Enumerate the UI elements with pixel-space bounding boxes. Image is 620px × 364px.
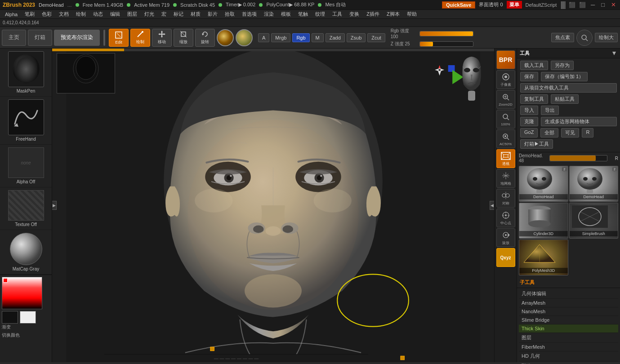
sub-nanomesh[interactable]: NanoMesh bbox=[519, 307, 618, 316]
brush-maskpen[interactable]: MaskPen bbox=[0, 49, 52, 97]
menu-template[interactable]: 模板 bbox=[278, 10, 294, 18]
zoom2d-btn[interactable]: Zoom2D bbox=[496, 90, 515, 109]
menu-touch[interactable]: 笔触 bbox=[295, 10, 311, 18]
menu-color[interactable]: 色彩 bbox=[39, 10, 55, 18]
texture-off[interactable]: Texture Off bbox=[0, 187, 52, 230]
mrgb-btn[interactable]: Mrgb bbox=[271, 33, 290, 42]
switch-colors-label[interactable]: 切换颜色 bbox=[2, 333, 20, 337]
menu-alpha[interactable]: Alpha bbox=[2, 11, 21, 18]
color-gradient[interactable] bbox=[2, 277, 42, 309]
sphere-btn2[interactable] bbox=[236, 29, 253, 46]
sub-slimebridge[interactable]: Slime Bridge bbox=[519, 316, 618, 324]
alpha-off[interactable]: none Alpha Off bbox=[0, 145, 52, 187]
sub-preview[interactable]: 预览 bbox=[519, 361, 618, 364]
tool-polymesh[interactable]: PolyMesh3D bbox=[519, 240, 568, 275]
swatch-white[interactable] bbox=[20, 311, 36, 324]
swatch-black[interactable] bbox=[2, 311, 18, 324]
all-btn[interactable]: 全部 bbox=[540, 128, 558, 138]
menu-doc[interactable]: 文档 bbox=[56, 10, 72, 18]
sub-fibermesh[interactable]: FiberMesh bbox=[519, 343, 618, 351]
maximize-btn[interactable]: □ bbox=[600, 1, 606, 8]
menu-layer[interactable]: 图层 bbox=[124, 10, 140, 18]
right-expand-arrow[interactable]: ◀ bbox=[490, 201, 494, 210]
sphere-btn1[interactable] bbox=[217, 29, 234, 46]
menu-movie[interactable]: 影片 bbox=[205, 10, 221, 18]
center-btn[interactable]: 中心点 bbox=[496, 209, 515, 227]
zcut-btn[interactable]: Zcut bbox=[367, 33, 385, 42]
z-strength-slider[interactable] bbox=[419, 41, 473, 47]
clone-btn[interactable]: 克隆 bbox=[520, 117, 538, 126]
sub-thick-skin[interactable]: Thick Skin bbox=[519, 324, 618, 333]
sub-geometry[interactable]: 几何体编辑 bbox=[519, 289, 618, 299]
draw-size-btn[interactable]: 绘制大 bbox=[595, 33, 618, 42]
sub-layers[interactable]: 图层 bbox=[519, 333, 618, 343]
edit-btn[interactable]: Edit bbox=[109, 29, 129, 47]
menu-zplugin[interactable]: Z插件 bbox=[363, 10, 383, 18]
xyz-btn[interactable]: Qxyz bbox=[496, 248, 515, 267]
close-btn[interactable]: ✕ bbox=[610, 1, 617, 8]
quicksave-btn[interactable]: QuickSave bbox=[442, 1, 475, 9]
sub-hd[interactable]: HD 几何 bbox=[519, 351, 618, 361]
menu-edit[interactable]: 编辑 bbox=[107, 10, 123, 18]
minimize-btn[interactable]: ─ bbox=[589, 1, 596, 8]
menu-material[interactable]: 材质 bbox=[187, 10, 204, 18]
center-canvas[interactable]: — — — — — — — — bbox=[52, 49, 494, 362]
menu-transform[interactable]: 变换 bbox=[346, 10, 362, 18]
menu-light[interactable]: 灯光 bbox=[141, 10, 157, 18]
menu-zscript[interactable]: Z脚本 bbox=[384, 10, 403, 18]
focus-btn[interactable]: 焦点素 bbox=[551, 33, 574, 42]
scale-btn[interactable]: 缩放 bbox=[174, 29, 193, 47]
sub-arraymesh[interactable]: ArrayMesh bbox=[519, 299, 618, 307]
menu-pick[interactable]: 拾取 bbox=[222, 10, 238, 18]
menu-draw[interactable]: 绘制 bbox=[73, 10, 89, 18]
load-from-project-btn[interactable]: 从项目文件载入工具 bbox=[520, 83, 617, 93]
grid-btn[interactable]: 地网格 bbox=[496, 169, 515, 188]
tool-demohead1[interactable]: 2 DemoHead bbox=[519, 166, 568, 202]
tab-preview[interactable]: 预览布尔渲染 bbox=[54, 30, 100, 46]
menu-render[interactable]: 渲染 bbox=[261, 10, 277, 18]
export-btn[interactable]: 导出 bbox=[541, 106, 559, 115]
bpr-btn[interactable]: BPR bbox=[496, 50, 515, 69]
perspective-btn[interactable]: 透视 bbox=[496, 149, 515, 168]
save-edit-btn[interactable]: 保存（编号加 1） bbox=[541, 72, 588, 81]
move-btn[interactable]: 移动 bbox=[152, 29, 172, 47]
lightbox-tools-btn[interactable]: 灯箱▶工具 bbox=[520, 139, 553, 149]
tab-home[interactable]: 主页 bbox=[2, 30, 26, 46]
zoom-btn[interactable] bbox=[576, 30, 593, 46]
zoom100-btn[interactable]: 100% bbox=[496, 110, 515, 129]
symmetry-btn[interactable]: 对称 bbox=[496, 189, 515, 208]
paste-tool-btn[interactable]: 粘贴工具 bbox=[551, 94, 579, 104]
rotate-place-btn[interactable]: 旋放 bbox=[496, 228, 515, 247]
a-btn[interactable]: A bbox=[258, 33, 269, 42]
import-btn[interactable]: 导入 bbox=[520, 106, 538, 115]
visible-btn[interactable]: 可见 bbox=[561, 128, 579, 138]
load-tool-btn[interactable]: 载入工具 bbox=[520, 61, 548, 70]
goz-btn[interactable]: GoZ bbox=[520, 128, 538, 138]
tab-lightbox[interactable]: 灯箱 bbox=[28, 30, 52, 46]
menu-btn[interactable]: 菜单 bbox=[507, 1, 522, 9]
tool-simplebrush[interactable]: SimpleBrush bbox=[569, 203, 619, 239]
ac50-btn[interactable]: AC50% bbox=[496, 129, 515, 148]
menu-brush[interactable]: 笔刷 bbox=[22, 10, 38, 18]
menu-macro[interactable]: 宏 bbox=[158, 10, 169, 18]
pixels-btn[interactable]: 子像素 bbox=[496, 70, 515, 89]
left-expand-arrow[interactable]: ▶ bbox=[52, 201, 57, 210]
m-btn[interactable]: M bbox=[312, 33, 324, 42]
zadd-btn[interactable]: Zadd bbox=[326, 33, 345, 42]
gen-mesh-btn[interactable]: 生成多边形网格物体 bbox=[541, 117, 617, 126]
save-btn[interactable]: 保存 bbox=[520, 72, 538, 81]
menu-mark[interactable]: 标记 bbox=[170, 10, 187, 18]
draw-btn[interactable]: 绘制 bbox=[130, 29, 150, 47]
rgb-btn[interactable]: Rgb bbox=[292, 33, 309, 42]
demohead-slider[interactable] bbox=[549, 155, 607, 161]
copy-tool-btn[interactable]: 复制工具 bbox=[520, 94, 548, 104]
menu-texture[interactable]: 纹理 bbox=[312, 10, 328, 18]
save-as-btn[interactable]: 另存为 bbox=[551, 61, 574, 70]
tool-demohead2[interactable]: 2 DemoHead bbox=[569, 166, 619, 202]
r-btn[interactable]: R bbox=[582, 128, 593, 138]
matcap-gray[interactable]: MatCap Gray bbox=[0, 230, 52, 275]
rotate-btn[interactable]: 旋转 bbox=[195, 29, 215, 47]
menu-help[interactable]: 帮助 bbox=[404, 10, 420, 18]
zsub-btn[interactable]: Zsub bbox=[347, 33, 366, 42]
brush-freehand[interactable]: FreeHand bbox=[0, 97, 52, 145]
